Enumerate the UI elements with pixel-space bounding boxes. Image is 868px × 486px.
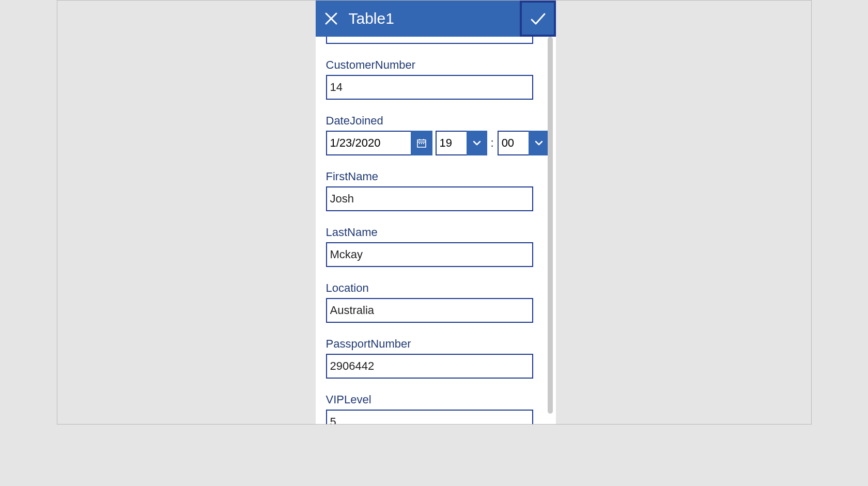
field-date-joined: DateJoined: [326, 100, 533, 155]
passport-number-input[interactable]: [326, 354, 533, 379]
app-stage: Table1 CustomerNumber DateJoined: [57, 0, 812, 425]
first-name-label: FirstName: [326, 170, 533, 183]
date-time-row: :: [326, 131, 533, 155]
date-picker-button[interactable]: [411, 131, 432, 155]
hour-input[interactable]: [436, 131, 467, 155]
svg-rect-8: [423, 143, 424, 144]
form-area: CustomerNumber DateJoined: [316, 37, 556, 424]
form-screen: Table1 CustomerNumber DateJoined: [316, 1, 556, 424]
chevron-down-icon: [472, 138, 482, 148]
hour-dropdown-button[interactable]: [467, 131, 487, 155]
minute-group: [498, 131, 549, 155]
scrollbar-track[interactable]: [548, 37, 553, 424]
last-name-input[interactable]: [326, 242, 533, 267]
location-label: Location: [326, 281, 533, 295]
form-scroll: CustomerNumber DateJoined: [316, 37, 544, 424]
previous-input[interactable]: [326, 37, 533, 44]
vip-level-input[interactable]: [326, 410, 533, 424]
close-button[interactable]: [316, 3, 347, 34]
hour-group: [436, 131, 487, 155]
check-icon: [529, 10, 547, 27]
app-header: Table1: [316, 1, 556, 37]
field-passport-number: PassportNumber: [326, 323, 533, 379]
passport-number-label: PassportNumber: [326, 337, 533, 351]
close-icon: [324, 11, 338, 26]
last-name-label: LastName: [326, 226, 533, 239]
submit-button[interactable]: [520, 1, 556, 37]
location-input[interactable]: [326, 298, 533, 323]
header-left: Table1: [316, 3, 394, 34]
field-location: Location: [326, 267, 533, 323]
customer-number-label: CustomerNumber: [326, 58, 533, 72]
field-previous: [326, 37, 533, 44]
field-first-name: FirstName: [326, 155, 533, 211]
field-vip-level: VIPLevel: [326, 379, 533, 424]
date-group: [326, 131, 432, 155]
customer-number-input[interactable]: [326, 75, 533, 100]
first-name-input[interactable]: [326, 186, 533, 211]
time-separator: :: [491, 136, 494, 150]
field-last-name: LastName: [326, 211, 533, 267]
date-input[interactable]: [326, 131, 411, 155]
app-title: Table1: [349, 10, 394, 27]
date-joined-label: DateJoined: [326, 114, 533, 128]
svg-rect-7: [421, 143, 422, 144]
chevron-down-icon: [534, 138, 544, 148]
vip-level-label: VIPLevel: [326, 393, 533, 406]
svg-rect-6: [419, 143, 420, 144]
field-customer-number: CustomerNumber: [326, 44, 533, 100]
minute-input[interactable]: [498, 131, 529, 155]
minute-dropdown-button[interactable]: [529, 131, 549, 155]
calendar-icon: [416, 138, 427, 148]
scrollbar-thumb[interactable]: [548, 37, 553, 414]
